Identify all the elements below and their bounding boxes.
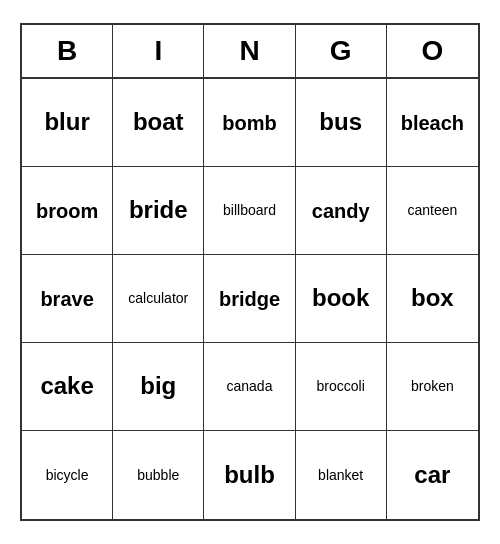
header-letter: G [296,25,387,77]
cell-text: canteen [407,202,457,219]
cell-text: brave [40,287,93,311]
cell-text: bicycle [46,467,89,484]
cell-text: broken [411,378,454,395]
bingo-cell: bicycle [22,431,113,519]
bingo-cell: box [387,255,478,343]
cell-text: broom [36,199,98,223]
bingo-grid: blurboatbombbusbleachbroombridebillboard… [22,79,478,519]
bingo-cell: broken [387,343,478,431]
cell-text: bus [319,108,362,137]
cell-text: broccoli [317,378,365,395]
cell-text: bulb [224,461,275,490]
cell-text: blur [44,108,89,137]
header-letter: I [113,25,204,77]
bingo-cell: cake [22,343,113,431]
header-letter: B [22,25,113,77]
cell-text: blanket [318,467,363,484]
bingo-cell: bulb [204,431,295,519]
cell-text: boat [133,108,184,137]
bingo-cell: bubble [113,431,204,519]
cell-text: bubble [137,467,179,484]
cell-text: calculator [128,290,188,307]
bingo-cell: brave [22,255,113,343]
header-letter: O [387,25,478,77]
cell-text: billboard [223,202,276,219]
bingo-cell: bleach [387,79,478,167]
bingo-cell: bridge [204,255,295,343]
bingo-cell: bus [296,79,387,167]
cell-text: box [411,284,454,313]
bingo-cell: blur [22,79,113,167]
bingo-cell: broccoli [296,343,387,431]
cell-text: bride [129,196,188,225]
cell-text: bridge [219,287,280,311]
bingo-cell: boat [113,79,204,167]
bingo-cell: candy [296,167,387,255]
cell-text: car [414,461,450,490]
bingo-cell: broom [22,167,113,255]
bingo-cell: bomb [204,79,295,167]
bingo-cell: bride [113,167,204,255]
bingo-cell: calculator [113,255,204,343]
bingo-cell: blanket [296,431,387,519]
cell-text: bomb [222,111,276,135]
cell-text: bleach [401,111,464,135]
bingo-cell: big [113,343,204,431]
bingo-cell: billboard [204,167,295,255]
bingo-cell: book [296,255,387,343]
bingo-card: BINGO blurboatbombbusbleachbroombridebil… [20,23,480,521]
bingo-cell: car [387,431,478,519]
bingo-cell: canada [204,343,295,431]
cell-text: book [312,284,369,313]
header-letter: N [204,25,295,77]
cell-text: cake [40,372,93,401]
cell-text: big [140,372,176,401]
cell-text: canada [227,378,273,395]
bingo-cell: canteen [387,167,478,255]
bingo-header: BINGO [22,25,478,79]
cell-text: candy [312,199,370,223]
